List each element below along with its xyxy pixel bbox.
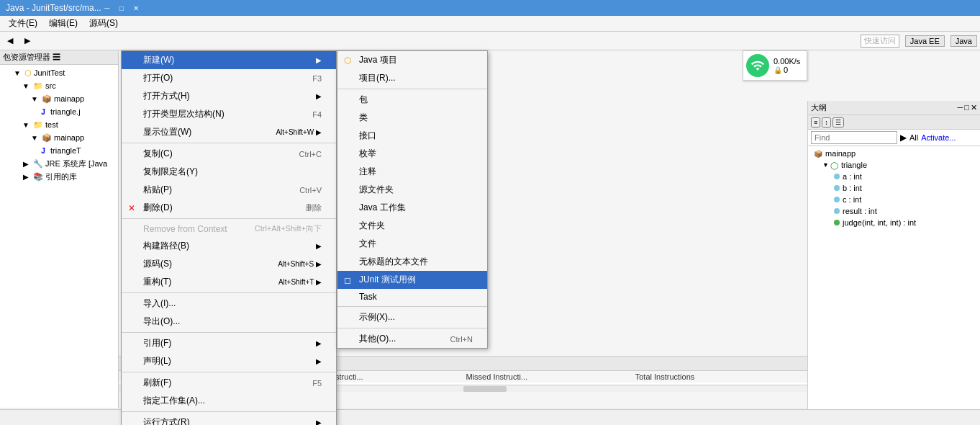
shortcut-label: Ctrl+N [450,335,473,344]
perspective-java[interactable]: Java [950,35,977,47]
outline-panel-header: 大纲 ─ □ ✕ [808,101,980,115]
close-button[interactable]: ✕ [130,2,142,14]
menu-source[interactable]: 源码(S) [83,16,124,31]
item-label: 导入(I)... [143,298,176,310]
item-label: 源码(S) [143,258,172,270]
outline-label: triangle [841,161,867,169]
item-label: 包 [359,94,368,106]
context-menu-item-show-in[interactable]: 显示位置(W) Alt+Shift+W ▶ [122,123,336,141]
minimize-button[interactable]: ─ [101,2,113,14]
network-widget: 0.00K/s 🔒 0 [743,50,807,81]
context-menu-item-delete[interactable]: ✕ 删除(D) 删除 [122,199,336,217]
item-label: Java 工作集 [359,202,406,214]
context-menu-item-source[interactable]: 源码(S) Alt+Shift+S ▶ [122,255,336,273]
submenu-arrow: ▶ [316,242,322,250]
submenu-new-annotation[interactable]: 注释 [337,163,487,181]
context-menu-item-copy[interactable]: 复制(C) Ctrl+C [122,145,336,163]
context-menu-item-assign-workset[interactable]: 指定工作集(A)... [122,392,336,410]
context-menu-item-copy-qualified[interactable]: 复制限定名(Y) [122,163,336,181]
context-menu-item-remove-context[interactable]: Remove from Context Ctrl+Alt+Shift+向下 [122,220,336,237]
tree-item-junitTest[interactable]: ▼ ⬡ JunitTest [0,66,118,79]
outline-sort[interactable]: ↕ [822,117,831,128]
delete-icon: ✕ [124,203,139,213]
tree-item-jre[interactable]: ▶ 🔧 JRE 系统库 [Java [0,157,118,170]
submenu-new-enum[interactable]: 枚举 [337,145,487,163]
context-menu-item-new[interactable]: 新建(W) ▶ [122,51,336,69]
tree-label: triangleT [50,146,81,155]
outline-item-mainapp[interactable]: 📦 mainapp [808,148,980,159]
outline-close[interactable]: ✕ [971,103,977,112]
menu-edit[interactable]: 编辑(E) [43,16,83,31]
expand-icon: ▼ [20,80,32,91]
separator [337,89,487,89]
item-label: 新建(W) [143,54,174,66]
context-menu-item-refresh[interactable]: 刷新(F) F5 [122,374,336,392]
submenu-new-examples[interactable]: 示例(X)... [337,308,487,326]
context-menu-item-run-as[interactable]: 运行方式(R) ▶ [122,413,336,425]
context-menu-item-references[interactable]: 引用(F) ▶ [122,334,336,352]
context-menu-item-hierarchy[interactable]: 打开类型层次结构(N) F4 [122,105,336,123]
context-menu-item-import[interactable]: 导入(I)... [122,295,336,313]
outline-filter[interactable]: ☰ [832,117,844,128]
item-label: 粘贴(P) [143,184,172,196]
scrollbar-thumb[interactable] [463,386,507,392]
submenu-new-other[interactable]: 其他(O)... Ctrl+N [337,330,487,348]
submenu-arrow: ▶ [316,339,322,347]
tree-label: JRE 系统库 [Java [45,158,107,169]
submenu-new-file[interactable]: 文件 [337,235,487,253]
tree-item-mainapp2[interactable]: ▼ 📦 mainapp [0,131,118,144]
tree-item-triangleT[interactable]: J triangleT [0,144,118,157]
tree-item-src[interactable]: ▼ 📁 src [0,79,118,92]
outline-toolbar: ≡ ↕ ☰ [808,115,980,130]
submenu-new-folder[interactable]: 文件夹 [337,217,487,235]
item-label: 打开方式(H) [143,90,190,102]
context-menu-item-build-path[interactable]: 构建路径(B) ▶ [122,237,336,255]
context-menu-item-open[interactable]: 打开(O) F3 [122,69,336,87]
submenu-new-task[interactable]: Task [337,289,487,305]
tree-item-triangle[interactable]: J triangle.j [0,105,118,118]
outline-maximize[interactable]: □ [964,103,969,112]
tree-item-libs[interactable]: ▶ 📚 引用的库 [0,170,118,183]
submenu-new-source-folder[interactable]: 源文件夹 [337,181,487,199]
maximize-button[interactable]: □ [116,2,127,14]
quick-access-input[interactable]: 快速访问 [864,35,896,46]
outline-minimize[interactable]: ─ [958,103,963,112]
submenu-new-class[interactable]: 类 [337,109,487,127]
context-menu-item-paste[interactable]: 粘贴(P) Ctrl+V [122,181,336,199]
item-label: 删除(D) [143,202,173,214]
submenu-new-untitled[interactable]: 无标题的文本文件 [337,253,487,271]
submenu-new-junit[interactable]: ◻ JUnit 测试用例 [337,271,487,289]
separator [122,332,336,333]
outline-item-judge[interactable]: judge(int, int, int) : int [808,217,980,228]
find-input[interactable] [811,131,897,144]
toolbar-back[interactable]: ◀ [3,34,17,48]
submenu-new-java-project[interactable]: ⬡ Java 项目 [337,51,487,69]
expand-icon: ▼ [12,67,23,79]
toolbar-forward[interactable]: ▶ [20,34,35,48]
submenu-new-package[interactable]: 包 [337,91,487,109]
context-menu-item-open-with[interactable]: 打开方式(H) ▶ [122,87,336,105]
outline-item-c[interactable]: c : int [808,194,980,205]
context-menu-item-export[interactable]: 导出(O)... [122,313,336,331]
item-label: 文件 [359,238,376,250]
menu-file[interactable]: 文件(E) [3,16,43,31]
outline-item-result[interactable]: result : int [808,205,980,217]
tree-item-mainapp[interactable]: ▼ 📦 mainapp [0,92,118,105]
context-menu-item-declarations[interactable]: 声明(L) ▶ [122,352,336,370]
outline-panel: 大纲 ─ □ ✕ ≡ ↕ ☰ ▶ All Activate... 📦 maina… [807,101,980,411]
tree-item-test[interactable]: ▼ 📁 test [0,118,118,131]
perspective-java-ee[interactable]: Java EE [905,35,945,47]
item-label: 注释 [359,166,376,178]
find-next[interactable]: ▶ [900,133,907,143]
submenu-new-java-workset[interactable]: Java 工作集 [337,199,487,217]
context-menu-item-refactor[interactable]: 重构(T) Alt+Shift+T ▶ [122,273,336,291]
item-label: JUnit 测试用例 [359,274,416,286]
outline-collapse[interactable]: ≡ [811,117,820,128]
submenu-new-interface[interactable]: 接口 [337,127,487,145]
item-label: 项目(R)... [359,72,396,84]
submenu-new-project[interactable]: 项目(R)... [337,69,487,87]
outline-item-a[interactable]: a : int [808,171,980,182]
outline-item-triangle[interactable]: ▼ ◯ triangle [808,159,980,171]
outline-item-b[interactable]: b : int [808,182,980,194]
find-activate[interactable]: Activate... [921,133,956,142]
